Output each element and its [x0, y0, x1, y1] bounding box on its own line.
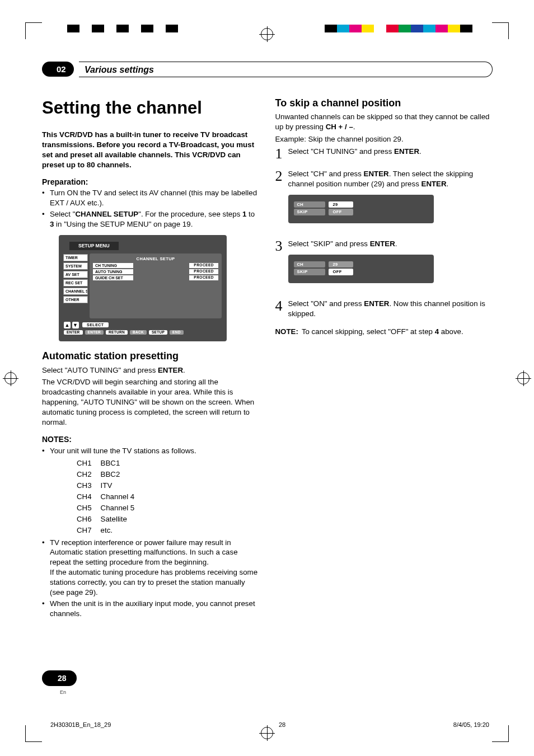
page-content: 02 Various settings Setting the channel … [42, 62, 493, 688]
chapter-title: Various settings [79, 62, 492, 78]
doc-date: 8/4/05, 19:20 [453, 721, 489, 728]
auto-presetting-heading: Automatic station presetting [42, 349, 260, 363]
left-column: Setting the channel This VCR/DVD has a b… [42, 96, 260, 620]
chapter-number: 02 [42, 62, 74, 77]
notes-heading: NOTES: [42, 434, 260, 445]
skip-heading: To skip a channel position [275, 96, 493, 110]
doc-page: 28 [279, 721, 285, 728]
osd-tab-column: TIMER SYSTEM AV SET REC SET CHANNEL SETU… [63, 254, 88, 304]
osd-setup-menu: SETUP MENU TIMER SYSTEM AV SET REC SET C… [59, 235, 227, 341]
note-cancel-skip: NOTE: To cancel skipping, select "OFF" a… [275, 327, 493, 337]
station-table: CH1BBC1 CH2BBC2 CH3ITV CH4Channel 4 CH5C… [76, 457, 143, 537]
note-aux: When the unit is in the auxiliary input … [42, 599, 260, 619]
step-2: 2 Select "CH" and press ENTER. Then sele… [275, 169, 493, 231]
preparation-list: Turn ON the TV and select its AV channel… [42, 188, 260, 229]
page-number-badge: 28 [42, 670, 77, 686]
preparation-heading: Preparation: [42, 177, 260, 187]
up-arrow-icon: ▲ [64, 322, 71, 328]
skip-example: Example: Skip the channel position 29. [275, 134, 493, 144]
prep-item-2: Select "CHANNEL SETUP". For the procedur… [42, 209, 260, 229]
step-1: 1 Select "CH TUNING" and press ENTER. [275, 147, 493, 161]
note-interference: TV reception interference or power failu… [42, 538, 260, 598]
auto-p1: Select "AUTO TUNING" and press ENTER. [42, 365, 260, 375]
prep-item-1: Turn ON the TV and select its AV channel… [42, 188, 260, 208]
osd-title: SETUP MENU [69, 242, 119, 250]
intro-paragraph: This VCR/DVD has a built-in tuner to rec… [42, 130, 254, 169]
chapter-header: 02 Various settings [42, 62, 493, 83]
note-stations: Your unit will tune the TV stations as f… [42, 446, 260, 537]
auto-p2: The VCR/DVD will begin searching and sto… [42, 377, 260, 428]
down-arrow-icon: ▼ [72, 322, 79, 328]
document-footer: 2H30301B_En_18_29 28 8/4/05, 19:20 [50, 721, 489, 728]
right-column: To skip a channel position Unwanted chan… [275, 96, 493, 620]
doc-file: 2H30301B_En_18_29 [50, 721, 111, 728]
step-3: 3 Select "SKIP" and press ENTER. CH29 SK… [275, 239, 493, 291]
page-lang: En [60, 689, 66, 695]
osd-ch-skip-1: CH29 SKIPOFF [288, 195, 434, 223]
step-4: 4 Select "ON" and press ENTER. Now this … [275, 299, 493, 319]
page-title: Setting the channel [42, 96, 260, 120]
skip-intro: Unwanted channels can be skipped so that… [275, 112, 493, 132]
osd-ch-skip-2: CH29 SKIPOFF [288, 255, 434, 283]
